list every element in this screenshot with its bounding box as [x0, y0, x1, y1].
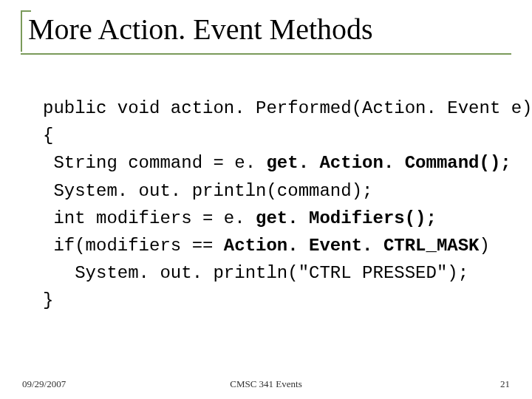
title-underline [21, 53, 511, 55]
code-block: public void action. Performed(Action. Ev… [43, 95, 502, 315]
code-line: System. out. println(command); [43, 177, 502, 205]
footer-center: CMSC 341 Events [0, 378, 532, 390]
code-line: System. out. println("CTRL PRESSED"); [43, 259, 502, 287]
code-text: int modifiers = e. [43, 208, 256, 228]
code-line: public void action. Performed(Action. Ev… [43, 95, 502, 122]
code-line: int modifiers = e. get. Modifiers(); [43, 205, 502, 232]
footer-page-number: 21 [500, 378, 510, 390]
code-text: String command = e. [43, 153, 266, 173]
code-bold: Action. Event. CTRL_MASK [224, 236, 480, 256]
title-area: More Action. Event Methods [21, 10, 511, 46]
code-line: String command = e. get. Action. Command… [43, 149, 502, 177]
code-line: if(modifiers == Action. Event. CTRL_MASK… [43, 232, 502, 259]
code-line: { [43, 122, 502, 149]
code-text: ) [480, 236, 490, 256]
title-accent-left [21, 10, 22, 52]
code-line: } [43, 287, 502, 314]
slide: More Action. Event Methods public void a… [0, 0, 532, 399]
code-text: if(modifiers == [43, 236, 224, 256]
code-bold: get. Modifiers(); [256, 208, 437, 228]
code-bold: get. Action. Command(); [266, 153, 511, 173]
title-accent-top [21, 10, 31, 12]
slide-title: More Action. Event Methods [21, 10, 511, 46]
